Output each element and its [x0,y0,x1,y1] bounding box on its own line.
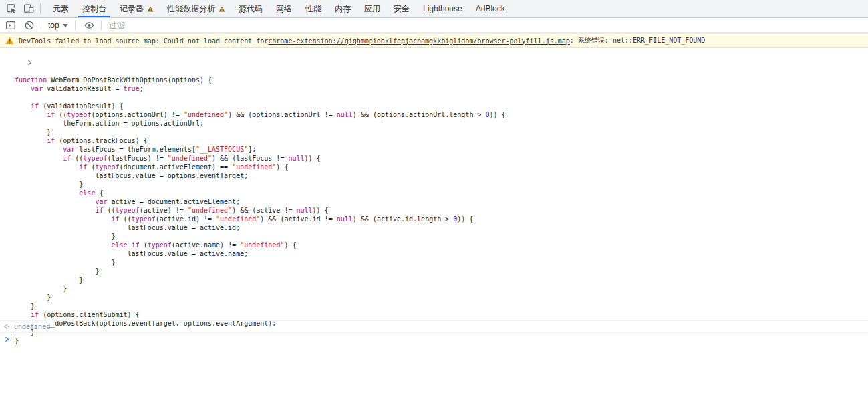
code-line: function WebForm_DoPostBackWithOptions(o… [15,76,868,84]
warning-text-after: : 系统错误: net::ERR_FILE_NOT_FOUND [570,36,706,45]
console-result-row: undefined [0,320,868,332]
console-input-echo: function WebForm_DoPostBackWithOptions(o… [0,49,868,362]
code-line: if ((typeof(active.id) != "undefined") &… [15,215,868,223]
console-input-chevron-icon [3,50,32,76]
console-prompt-chevron-icon [5,336,9,342]
code-line: if ((typeof(active) != "undefined") && (… [15,206,868,215]
code-line: if (options.trackFocus) { [15,136,868,145]
tab-label: 性能数据分析 [167,3,215,15]
text-cursor [15,336,15,344]
code-line: if (options.clientSubmit) { [15,310,868,319]
tab-label: 元素 [53,3,69,15]
clear-console-icon [24,20,35,31]
code-line: } [15,258,868,267]
code-line: else if (typeof(active.name) != "undefin… [15,241,868,249]
tab-label: 应用 [364,3,380,15]
device-toolbar-icon [23,3,34,14]
tab-label: 网络 [276,3,292,15]
warning-triangle-icon [5,37,14,45]
code-line: if (typeof(document.activeElement) == "u… [15,163,868,171]
chevron-down-icon [63,24,68,27]
warning-badge-icon [147,6,154,12]
console-sidebar-icon [5,20,16,31]
code-line: } [15,276,868,284]
javascript-context-selector[interactable]: top [45,21,71,30]
tab-application[interactable]: 应用 [357,0,387,17]
code-line: var active = document.activeElement; [15,197,868,206]
tab-label: 安全 [394,3,410,15]
code-line: if ((typeof(options.actionUrl) != "undef… [15,110,868,119]
tab-label: Lighthouse [423,4,462,13]
code-line: } [15,293,868,302]
eye-icon [84,20,95,31]
tab-label: 控制台 [82,3,106,15]
code-line [15,93,868,102]
code-line: else { [15,189,868,197]
code-line: } [15,284,868,293]
warning-text-before: DevTools failed to load source map: Coul… [19,37,268,45]
result-value: undefined [14,323,50,330]
tab-memory[interactable]: 内存 [328,0,357,17]
tab-security[interactable]: 安全 [387,0,416,17]
code-line: if (validationResult) { [15,102,868,110]
tab-performance-insights[interactable]: 性能数据分析 [160,0,232,17]
tab-recorder[interactable]: 记录器 [113,0,160,17]
console-warning-message: DevTools failed to load source map: Coul… [0,33,868,48]
code-line: lastFocus.value = options.eventTarget; [15,171,868,180]
tab-elements[interactable]: 元素 [46,0,76,17]
code-line: var validationResult = true; [15,84,868,93]
toolbar-separator [101,21,102,30]
tab-label: AdBlock [476,4,505,13]
code-line: lastFocus.value = active.name; [15,249,868,258]
clear-console-button[interactable] [21,19,37,31]
devtools-window: 元素控制台记录器性能数据分析源代码网络性能内存应用安全LighthouseAdB… [0,0,868,416]
tab-label: 记录器 [120,3,144,15]
tab-sources[interactable]: 源代码 [232,0,269,17]
console-code-block: function WebForm_DoPostBackWithOptions(o… [0,76,868,345]
panel-tabs: 元素控制台记录器性能数据分析源代码网络性能内存应用安全LighthouseAdB… [46,0,512,17]
code-line: } [15,232,868,241]
toolbar-separator [75,21,76,30]
tab-label: 源代码 [239,3,263,15]
context-selector-label: top [48,21,59,30]
console-prompt[interactable] [0,332,868,347]
source-map-link[interactable]: chrome-extension://gighmmpiobklfepjocnam… [268,37,570,45]
code-line: } [15,267,868,276]
tab-label: 性能 [305,3,321,15]
code-line: var lastFocus = theForm.elements["__LAST… [15,145,868,154]
devtools-tabbar: 元素控制台记录器性能数据分析源代码网络性能内存应用安全LighthouseAdB… [0,0,868,18]
tab-adblock[interactable]: AdBlock [469,0,512,17]
tab-label: 内存 [335,3,351,15]
code-line: lastFocus.value = active.id; [15,223,868,232]
console-sidebar-toggle-button[interactable] [3,19,19,31]
live-expression-button[interactable] [82,19,98,31]
code-line: } [15,302,868,310]
console-filter-input[interactable] [109,21,283,30]
tab-network[interactable]: 网络 [269,0,299,17]
toolbar-separator [41,21,41,30]
tab-performance[interactable]: 性能 [299,0,328,17]
tab-console[interactable]: 控制台 [76,0,113,17]
toolbar-separator [40,3,41,14]
inspect-cursor-icon [6,3,17,14]
code-line: } [15,128,868,136]
device-toolbar-button[interactable] [20,0,37,17]
tab-lighthouse[interactable]: Lighthouse [416,0,469,17]
warning-badge-icon [219,6,225,12]
code-line: theForm.action = options.actionUrl; [15,119,868,128]
console-toolbar: top [0,19,868,33]
code-line: if ((typeof(lastFocus) != "undefined") &… [15,154,868,163]
return-value-arrow-icon [3,324,10,330]
inspect-element-button[interactable] [3,0,20,17]
code-line: } [15,180,868,189]
